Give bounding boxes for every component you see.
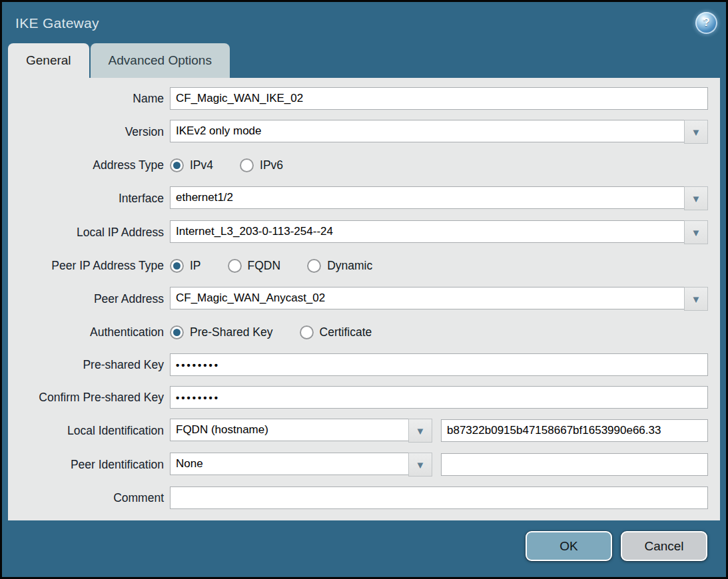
local-identification-row: Local Identification ▼: [8, 419, 708, 443]
radio-ip[interactable]: IP: [170, 259, 201, 273]
radio-ipv6-label: IPv6: [260, 158, 283, 172]
local-ip-address-dropdown: ▼: [170, 220, 708, 244]
peer-address-dropdown: ▼: [170, 287, 708, 311]
radio-ipv4-circle: [170, 158, 184, 172]
radio-pre-shared-key-label: Pre-Shared Key: [190, 325, 273, 339]
pre-shared-key-row: Pre-shared Key: [8, 353, 708, 376]
peer-identification-value-input[interactable]: [441, 453, 708, 476]
local-ip-address-label: Local IP Address: [8, 226, 164, 240]
radio-fqdn-circle: [228, 259, 242, 273]
version-dropdown: ▼: [170, 120, 708, 144]
peer-identification-type-input[interactable]: [170, 453, 409, 475]
chevron-down-icon: ▼: [691, 228, 701, 238]
peer-ip-address-type-radio-group: IP FQDN Dynamic: [170, 259, 708, 273]
peer-identification-type-dropdown: ▼: [170, 453, 432, 477]
dialog-footer: OK Cancel: [2, 520, 726, 577]
address-type-row: Address Type IPv4 IPv6: [8, 154, 708, 176]
radio-dynamic[interactable]: Dynamic: [307, 259, 372, 273]
peer-address-input[interactable]: [170, 287, 685, 309]
pre-shared-key-input[interactable]: [170, 353, 708, 376]
local-identification-dropdown-button[interactable]: ▼: [408, 419, 432, 443]
address-type-label: Address Type: [8, 158, 164, 172]
radio-fqdn-label: FQDN: [248, 259, 281, 273]
interface-label: Interface: [8, 192, 164, 206]
version-input[interactable]: [170, 120, 685, 142]
tab-bar: General Advanced Options: [2, 43, 726, 78]
radio-ip-circle: [170, 259, 184, 273]
radio-ipv4-label: IPv4: [190, 158, 213, 172]
authentication-radio-group: Pre-Shared Key Certificate: [170, 325, 708, 339]
chevron-down-icon: ▼: [691, 127, 701, 137]
ok-button[interactable]: OK: [526, 531, 612, 561]
comment-input[interactable]: [170, 486, 708, 509]
comment-label: Comment: [8, 491, 164, 505]
chevron-down-icon: ▼: [691, 194, 701, 204]
address-type-radio-group: IPv4 IPv6: [170, 158, 708, 172]
name-input[interactable]: [170, 87, 708, 110]
radio-certificate-circle: [300, 325, 314, 339]
tab-advanced-options[interactable]: Advanced Options: [91, 43, 230, 78]
interface-dropdown: ▼: [170, 186, 708, 210]
local-ip-address-row: Local IP Address ▼: [8, 220, 708, 244]
pre-shared-key-label: Pre-shared Key: [8, 358, 164, 372]
general-tab-panel: Name Version ▼ Address Type: [8, 78, 720, 520]
confirm-pre-shared-key-input[interactable]: [170, 386, 708, 409]
radio-fqdn[interactable]: FQDN: [228, 259, 281, 273]
peer-identification-row: Peer Identification ▼: [8, 453, 708, 477]
local-identification-value-input[interactable]: [441, 419, 708, 442]
peer-ip-address-type-row: Peer IP Address Type IP FQDN Dynamic: [8, 254, 708, 277]
interface-row: Interface ▼: [8, 186, 708, 210]
comment-row: Comment: [8, 486, 708, 509]
tab-general[interactable]: General: [8, 43, 89, 78]
peer-address-label: Peer Address: [8, 292, 164, 306]
radio-ipv6-circle: [240, 158, 254, 172]
interface-input[interactable]: [170, 186, 685, 209]
peer-address-dropdown-button[interactable]: ▼: [684, 287, 708, 311]
chevron-down-icon: ▼: [416, 460, 426, 470]
dialog-title: IKE Gateway: [15, 14, 99, 31]
peer-address-row: Peer Address ▼: [8, 287, 708, 311]
radio-ip-label: IP: [190, 259, 201, 273]
name-label: Name: [8, 92, 164, 106]
authentication-label: Authentication: [8, 325, 164, 339]
titlebar: IKE Gateway ?: [2, 2, 726, 43]
local-ip-address-dropdown-button[interactable]: ▼: [684, 220, 708, 244]
version-label: Version: [8, 125, 164, 139]
help-icon[interactable]: ?: [695, 12, 717, 34]
radio-pre-shared-key-circle: [170, 325, 184, 339]
radio-dynamic-circle: [307, 259, 321, 273]
confirm-pre-shared-key-row: Confirm Pre-shared Key: [8, 386, 708, 409]
chevron-down-icon: ▼: [416, 426, 426, 436]
local-identification-type-input[interactable]: [170, 419, 409, 441]
confirm-pre-shared-key-label: Confirm Pre-shared Key: [8, 391, 164, 405]
cancel-button[interactable]: Cancel: [621, 531, 707, 561]
chevron-down-icon: ▼: [691, 294, 701, 304]
peer-identification-dropdown-button[interactable]: ▼: [408, 453, 432, 477]
peer-identification-label: Peer Identification: [8, 458, 164, 472]
radio-ipv6[interactable]: IPv6: [240, 158, 283, 172]
interface-dropdown-button[interactable]: ▼: [684, 186, 708, 210]
local-identification-label: Local Identification: [8, 424, 164, 438]
radio-certificate-label: Certificate: [320, 325, 372, 339]
radio-ipv4[interactable]: IPv4: [170, 158, 213, 172]
peer-ip-address-type-label: Peer IP Address Type: [8, 259, 164, 273]
help-icon-glyph: ?: [703, 16, 709, 29]
tab-advanced-options-label: Advanced Options: [109, 53, 212, 68]
radio-pre-shared-key[interactable]: Pre-Shared Key: [170, 325, 273, 339]
version-row: Version ▼: [8, 120, 708, 144]
name-row: Name: [8, 87, 708, 110]
tab-general-label: General: [26, 53, 71, 68]
ike-gateway-dialog: IKE Gateway ? General Advanced Options N…: [0, 0, 728, 579]
local-ip-address-input[interactable]: [170, 220, 685, 243]
local-identification-type-dropdown: ▼: [170, 419, 432, 443]
version-dropdown-button[interactable]: ▼: [684, 120, 708, 144]
authentication-row: Authentication Pre-Shared Key Certificat…: [8, 321, 708, 343]
radio-dynamic-label: Dynamic: [327, 259, 372, 273]
radio-certificate[interactable]: Certificate: [300, 325, 372, 339]
